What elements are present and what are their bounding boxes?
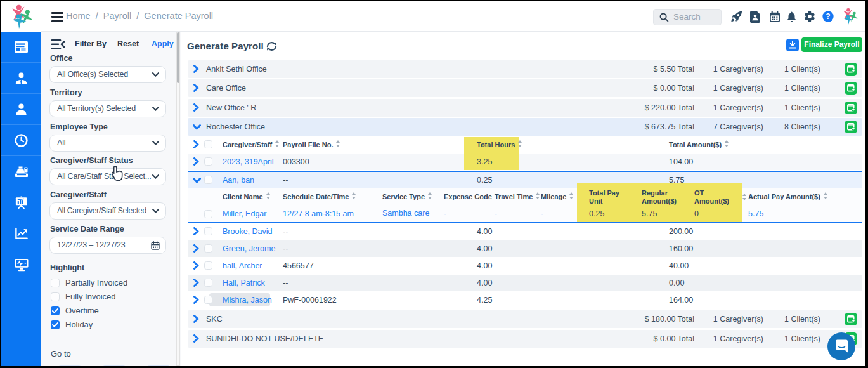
- svg-text:?: ?: [826, 12, 830, 21]
